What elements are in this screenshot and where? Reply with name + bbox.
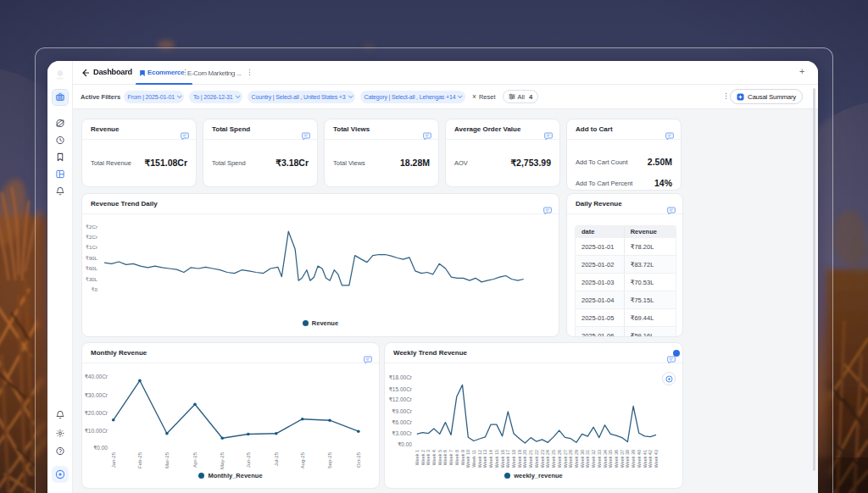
- svg-text:₹0.00: ₹0.00: [93, 445, 108, 451]
- svg-text:Week 40: Week 40: [637, 450, 642, 468]
- svg-text:Week 30: Week 30: [580, 450, 585, 468]
- svg-text:₹0.00: ₹0.00: [398, 441, 412, 447]
- svg-text:₹0: ₹0: [92, 286, 98, 292]
- svg-text:₹15.00Cr: ₹15.00Cr: [389, 386, 413, 392]
- svg-text:Week 34: Week 34: [603, 450, 608, 468]
- svg-text:Jul-25: Jul-25: [274, 451, 279, 466]
- svg-text:₹20.00Cr: ₹20.00Cr: [85, 410, 108, 416]
- svg-text:Week 8: Week 8: [454, 450, 459, 465]
- svg-text:Week 6: Week 6: [442, 450, 448, 465]
- svg-text:₹2Cr: ₹2Cr: [86, 224, 97, 230]
- svg-text:Jan-25: Jan-25: [111, 451, 116, 468]
- svg-text:Week 25: Week 25: [551, 450, 556, 468]
- svg-text:Week 14: Week 14: [488, 450, 493, 468]
- svg-text:Week 20: Week 20: [522, 450, 527, 468]
- svg-text:Jun-25: Jun-25: [246, 451, 251, 468]
- svg-text:Week 16: Week 16: [500, 450, 505, 468]
- svg-text:Week 11: Week 11: [471, 450, 476, 468]
- svg-text:Week 18: Week 18: [511, 450, 516, 468]
- svg-text:Week 15: Week 15: [494, 450, 499, 468]
- svg-text:Week 22: Week 22: [534, 450, 539, 468]
- svg-text:Week 26: Week 26: [557, 450, 562, 468]
- svg-text:Week 19: Week 19: [517, 450, 522, 468]
- svg-text:Week 31: Week 31: [585, 450, 590, 468]
- svg-text:Week 37: Week 37: [620, 450, 625, 468]
- svg-text:Week 28: Week 28: [568, 450, 573, 468]
- svg-text:Week 13: Week 13: [482, 450, 487, 468]
- svg-text:Week 38: Week 38: [625, 450, 630, 468]
- svg-text:Week 23: Week 23: [540, 450, 545, 468]
- svg-text:Week 10: Week 10: [465, 450, 470, 468]
- svg-text:₹10.00Cr: ₹10.00Cr: [85, 428, 108, 434]
- svg-text:Week 43: Week 43: [654, 450, 659, 468]
- svg-text:Mar-25: Mar-25: [164, 451, 170, 468]
- svg-text:Week 2: Week 2: [420, 450, 426, 465]
- svg-text:Sep-25: Sep-25: [327, 451, 332, 468]
- svg-text:Week 24: Week 24: [545, 450, 550, 468]
- svg-text:₹12.00Cr: ₹12.00Cr: [389, 396, 413, 402]
- svg-text:Week 33: Week 33: [597, 450, 602, 468]
- svg-text:Week 9: Week 9: [460, 450, 465, 465]
- svg-text:₹30.00Cr: ₹30.00Cr: [85, 392, 108, 398]
- svg-text:Week 29: Week 29: [574, 450, 579, 468]
- svg-text:₹18.00Cr: ₹18.00Cr: [389, 374, 413, 380]
- svg-text:Week 12: Week 12: [477, 450, 482, 468]
- svg-text:Week 1: Week 1: [415, 450, 420, 465]
- svg-text:Week 32: Week 32: [591, 450, 596, 468]
- svg-text:₹3.00Cr: ₹3.00Cr: [392, 430, 412, 436]
- svg-text:₹60L: ₹60L: [86, 265, 98, 271]
- svg-text:₹40.00Cr: ₹40.00Cr: [85, 374, 108, 379]
- svg-text:Week 27: Week 27: [563, 450, 568, 468]
- svg-text:₹90L: ₹90L: [86, 255, 98, 261]
- svg-text:Week 4: Week 4: [431, 450, 437, 465]
- svg-text:₹6.00Cr: ₹6.00Cr: [392, 419, 412, 425]
- svg-text:Week 41: Week 41: [643, 450, 648, 468]
- svg-text:Week 21: Week 21: [528, 450, 533, 468]
- svg-text:Week 17: Week 17: [505, 450, 510, 468]
- svg-text:Apr-25: Apr-25: [192, 451, 198, 468]
- svg-text:₹9.00Cr: ₹9.00Cr: [392, 408, 412, 414]
- svg-text:Week 42: Week 42: [648, 450, 653, 468]
- svg-text:Week 5: Week 5: [437, 450, 442, 465]
- svg-text:₹2Cr: ₹2Cr: [86, 234, 97, 240]
- svg-text:Week 3: Week 3: [426, 450, 431, 465]
- svg-text:₹30L: ₹30L: [86, 276, 98, 282]
- svg-text:Week 35: Week 35: [608, 450, 613, 468]
- svg-text:May-25: May-25: [220, 451, 225, 469]
- svg-text:Oct-25: Oct-25: [356, 451, 361, 468]
- svg-text:Week 36: Week 36: [614, 450, 619, 468]
- svg-text:₹1Cr: ₹1Cr: [86, 244, 97, 250]
- svg-text:Feb-25: Feb-25: [137, 451, 142, 468]
- svg-text:Week 7: Week 7: [448, 450, 453, 465]
- svg-text:Week 39: Week 39: [631, 450, 636, 468]
- svg-text:Aug-25: Aug-25: [300, 451, 305, 468]
